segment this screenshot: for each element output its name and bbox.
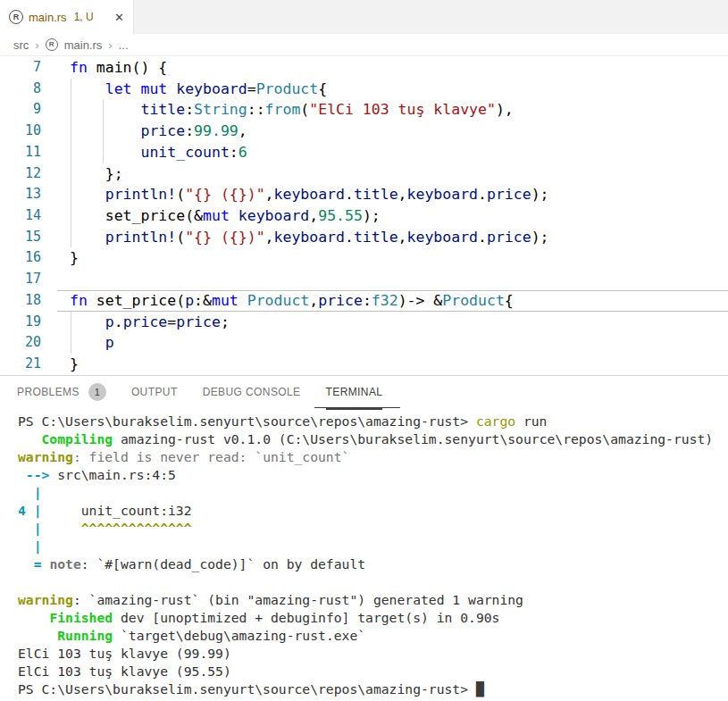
terminal-line: --> src\main.rs:4:5: [18, 466, 728, 484]
terminal-line: Running `target\debug\amazing-rust.exe`: [18, 627, 728, 645]
terminal-line: Finished dev [unoptimized + debuginfo] t…: [18, 609, 728, 627]
panel-tab-terminal[interactable]: TERMINAL: [326, 376, 383, 410]
terminal-line: [18, 573, 728, 591]
terminal-line: ElCi 103 tuş klavye (99.99): [18, 645, 728, 663]
rust-file-icon: R: [46, 38, 58, 51]
terminal-line: warning: field is never read: `unit_coun…: [18, 448, 728, 466]
code-line: 9 title:String::from("ElCi 103 tuş klavy…: [0, 99, 728, 121]
line-number: 21: [0, 354, 41, 375]
tab-title: main.rs: [29, 11, 67, 24]
line-number: 18: [0, 290, 41, 312]
terminal-line: |: [18, 538, 728, 555]
terminal-render-artifact: [314, 407, 400, 408]
terminal-line: |: [18, 484, 728, 502]
close-icon[interactable]: ✕: [114, 12, 124, 23]
code-line: 19 p.price=price;: [0, 312, 728, 333]
breadcrumb-item-src[interactable]: src: [13, 38, 29, 52]
terminal-line: = note: `#[warn(dead_code)]` on by defau…: [18, 555, 728, 573]
problems-count-badge: 1: [88, 383, 106, 401]
terminal-line: Compiling amazing-rust v0.1.0 (C:\Users\…: [18, 430, 728, 448]
code-line: 8 let mut keyboard=Product{: [0, 79, 728, 100]
line-number: 9: [0, 99, 41, 121]
tab-decorations: 1, U: [74, 11, 94, 23]
terminal-lines: PS C:\Users\burakselim.senyurt\source\re…: [18, 413, 728, 698]
code-editor[interactable]: 7fn main() {8 let mut keyboard=Product{9…: [0, 56, 728, 375]
breadcrumb: src › R main.rs › ...: [0, 34, 728, 56]
panel-tab-output[interactable]: OUTPUT: [131, 376, 178, 410]
code-line: 18fn set_price(p:&mut Product,price:f32)…: [0, 290, 728, 312]
code-line: 12 };: [0, 163, 728, 185]
code-line: 20 p: [0, 332, 728, 354]
code-line: 11 unit_count:6: [0, 142, 728, 163]
line-number: 20: [0, 332, 41, 354]
code-line: 7fn main() {: [0, 57, 728, 79]
line-number: 17: [0, 269, 41, 290]
code-line: 10 price:99.99,: [0, 121, 728, 142]
line-number: 16: [0, 247, 41, 269]
breadcrumb-item-main-rs[interactable]: main.rs: [64, 38, 103, 52]
breadcrumb-item-symbol[interactable]: ...: [119, 38, 129, 52]
code-line: 16}: [0, 247, 728, 269]
code-line: 21}: [0, 354, 728, 375]
line-number: 13: [0, 184, 41, 205]
terminal-output[interactable]: PS C:\Users\burakselim.senyurt\source\re…: [0, 410, 728, 698]
code-line: 15 println!("{} ({})",keyboard.title,key…: [0, 227, 728, 248]
code-line: 13 println!("{} ({})",keyboard.title,key…: [0, 184, 728, 205]
panel-tab-bar: PROBLEMS 1 OUTPUT DEBUG CONSOLE TERMINAL: [0, 375, 728, 410]
editor-lines: 7fn main() {8 let mut keyboard=Product{9…: [0, 57, 728, 375]
panel-tab-problems[interactable]: PROBLEMS 1: [17, 376, 106, 410]
chevron-right-icon: ›: [35, 38, 38, 52]
line-number: 8: [0, 79, 41, 100]
terminal-line: warning: `amazing-rust` (bin "amazing-ru…: [18, 591, 728, 609]
editor-tab-bar: R main.rs 1, U ✕: [0, 0, 728, 34]
line-number: 7: [0, 57, 41, 79]
line-number: 14: [0, 205, 41, 227]
line-number: 15: [0, 227, 41, 248]
terminal-cursor: █: [476, 681, 484, 697]
code-line: 14 set_price(&mut keyboard,95.55);: [0, 205, 728, 227]
chevron-right-icon: ›: [108, 38, 112, 52]
terminal-line: PS C:\Users\burakselim.senyurt\source\re…: [18, 680, 728, 698]
line-number: 19: [0, 312, 41, 333]
terminal-line: | ^^^^^^^^^^^^^^: [18, 520, 728, 538]
terminal-line: PS C:\Users\burakselim.senyurt\source\re…: [18, 413, 728, 430]
line-number: 11: [0, 142, 41, 163]
line-number: 10: [0, 121, 41, 142]
terminal-line: ElCi 103 tuş klavye (95.55): [18, 663, 728, 680]
panel-tab-debug-console[interactable]: DEBUG CONSOLE: [203, 376, 301, 410]
line-number: 12: [0, 163, 41, 185]
code-line: 17: [0, 269, 728, 290]
terminal-line: 4 | unit_count:i32: [18, 502, 728, 520]
tab-main-rs[interactable]: R main.rs 1, U ✕: [0, 0, 134, 34]
rust-file-icon: R: [9, 10, 23, 24]
